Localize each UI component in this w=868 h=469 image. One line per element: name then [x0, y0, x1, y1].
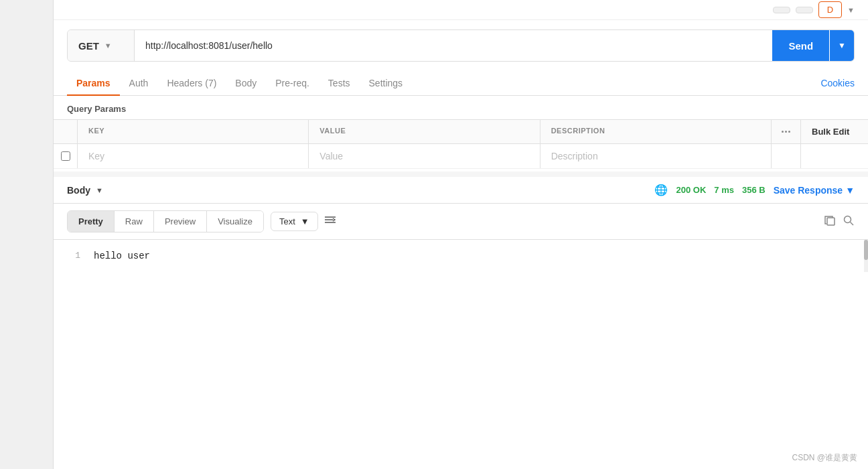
top-btn-2[interactable]: [796, 7, 813, 13]
bulk-edit-btn[interactable]: Bulk Edit: [801, 120, 868, 143]
query-params-label: Query Params: [54, 96, 868, 119]
save-response-chevron-icon: ▼: [845, 185, 855, 196]
col-desc-header: DESCRIPTION: [540, 120, 772, 143]
tab-body[interactable]: Body: [226, 71, 266, 95]
response-actions: [824, 214, 855, 229]
status-group: 🌐 200 OK 7 ms 356 B Save Response ▼: [654, 184, 855, 196]
format-selector-text: Text: [279, 216, 295, 226]
tab-settings[interactable]: Settings: [360, 71, 413, 95]
row-bulk-cell: [801, 144, 868, 168]
view-tab-raw[interactable]: Raw: [115, 211, 154, 232]
status-ok-badge: 200 OK: [676, 185, 706, 195]
line-number-1: 1: [67, 251, 80, 261]
scrollbar[interactable]: [864, 240, 868, 272]
tab-headers[interactable]: Headers (7): [157, 71, 226, 95]
body-chevron-icon[interactable]: ▼: [96, 186, 103, 194]
row-value-cell[interactable]: Value: [309, 144, 540, 168]
row-more-cell: [772, 144, 801, 168]
top-chevron: ▼: [847, 6, 855, 14]
more-dots-icon: [782, 131, 790, 133]
url-bar: GET ▼ Send ▼: [67, 29, 855, 62]
body-label[interactable]: Body: [67, 185, 90, 196]
send-btn-group: Send ▼: [772, 30, 854, 61]
col-value-header: VALUE: [309, 120, 540, 143]
send-label: Send: [788, 40, 813, 52]
format-chevron-icon: ▼: [301, 216, 309, 226]
top-btn-1[interactable]: [773, 7, 790, 13]
top-area: D ▼: [54, 0, 868, 20]
status-time-badge: 7 ms: [714, 185, 734, 195]
view-tab-pretty[interactable]: Pretty: [68, 211, 115, 232]
view-tabs-bar: Pretty Raw Preview Visualize Text ▼: [54, 204, 868, 240]
query-params-section: Query Params KEY VALUE DESCRIPTION Bulk …: [54, 96, 868, 169]
view-tabs-group: Pretty Raw Preview Visualize: [67, 210, 264, 232]
format-selector[interactable]: Text ▼: [271, 212, 318, 231]
method-chevron-icon: ▼: [104, 42, 112, 50]
row-checkbox-input[interactable]: [61, 151, 70, 161]
col-key-header: KEY: [78, 120, 309, 143]
params-placeholder-row: Key Value Description: [54, 144, 868, 169]
view-tab-visualize[interactable]: Visualize: [207, 211, 263, 232]
tab-params[interactable]: Params: [67, 71, 120, 95]
code-area: 1 hello user: [54, 240, 868, 272]
tab-auth[interactable]: Auth: [120, 71, 158, 95]
row-desc-cell[interactable]: Description: [540, 144, 772, 168]
tab-prereq[interactable]: Pre-req.: [266, 71, 319, 95]
send-button[interactable]: Send: [772, 30, 829, 61]
row-key-cell[interactable]: Key: [78, 144, 309, 168]
code-line-1: 1 hello user: [67, 251, 855, 261]
response-body-section: Body ▼ 🌐 200 OK 7 ms 356 B Save Response…: [54, 172, 868, 272]
watermark: CSDN @谁是黄黄: [792, 452, 857, 464]
globe-icon[interactable]: 🌐: [654, 184, 668, 196]
search-icon[interactable]: [843, 214, 855, 229]
top-btn-3[interactable]: D: [818, 1, 842, 18]
wrap-icon[interactable]: [323, 214, 337, 230]
status-size-badge: 356 B: [742, 185, 766, 195]
col-more-header[interactable]: [772, 120, 801, 143]
send-arrow-button[interactable]: ▼: [830, 30, 854, 61]
svg-point-4: [845, 216, 851, 222]
copy-icon[interactable]: [824, 214, 836, 229]
tabs-bar: Params Auth Headers (7) Body Pre-req. Te…: [54, 71, 868, 96]
save-response-button[interactable]: Save Response ▼: [774, 185, 855, 196]
sidebar: [0, 0, 54, 469]
tab-tests[interactable]: Tests: [319, 71, 360, 95]
method-selector[interactable]: GET ▼: [68, 30, 135, 61]
send-arrow-icon: ▼: [838, 41, 846, 50]
main-content: D ▼ GET ▼ Send ▼ Params Auth Headers (7: [54, 0, 868, 469]
row-checkbox[interactable]: [54, 144, 78, 168]
code-content-1: hello user: [94, 251, 150, 261]
scrollbar-thumb: [864, 240, 868, 260]
svg-rect-3: [827, 218, 835, 225]
svg-line-5: [851, 222, 854, 225]
headers-badge: (7): [205, 78, 216, 88]
method-text: GET: [78, 40, 99, 52]
col-check-header: [54, 120, 78, 143]
cookies-link[interactable]: Cookies: [820, 78, 855, 88]
url-input[interactable]: [135, 30, 772, 61]
params-table-header: KEY VALUE DESCRIPTION Bulk Edit: [54, 119, 868, 144]
view-tab-preview[interactable]: Preview: [154, 211, 207, 232]
body-header: Body ▼ 🌐 200 OK 7 ms 356 B Save Response…: [54, 177, 868, 204]
